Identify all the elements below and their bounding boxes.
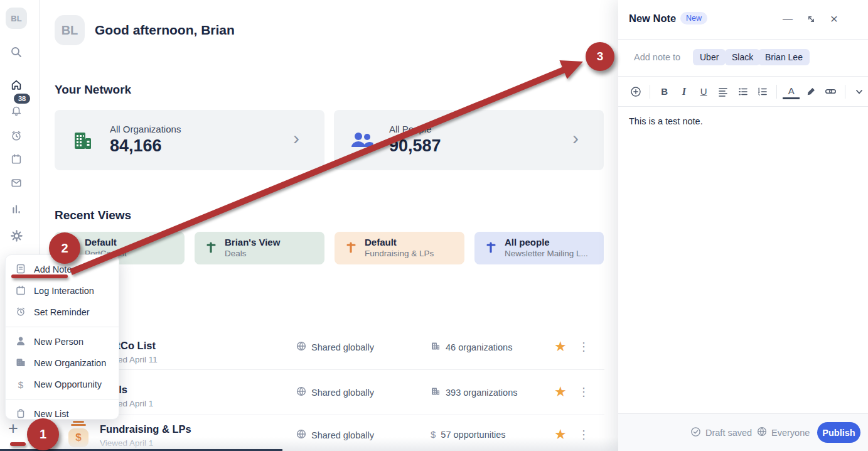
view-filter-icon [346,241,358,254]
menu-item-new-opportunity[interactable]: $ New Opportunity [6,374,119,395]
favorite-star-icon[interactable]: ★ [554,340,567,354]
calendar-icon [16,285,26,297]
menu-divider [6,399,119,399]
bullet-list-button[interactable] [734,83,751,101]
row-count: 393 organizations [431,386,517,398]
search-icon[interactable] [9,45,24,60]
formatting-toolbar: B I U A [618,77,868,107]
building-icon [16,357,26,369]
menu-item-label: New Opportunity [34,379,102,389]
kebab-menu-icon[interactable]: ⋮ [578,386,589,398]
organization-icon [431,341,441,353]
publish-button[interactable]: Publish [817,422,860,443]
align-button[interactable] [715,83,732,101]
recent-view-card[interactable]: All people Newsletter Mailing L... [474,232,604,264]
insert-plus-icon[interactable] [627,83,644,101]
recent-view-title: Brian's View [225,237,280,247]
menu-item-new-list[interactable]: New List [6,403,119,425]
all-people-card[interactable]: All People 90,587 › [334,110,604,170]
new-badge: New [680,12,707,24]
user-avatar[interactable]: BL [6,8,27,29]
recent-view-card[interactable]: Brian's View Deals [195,232,324,264]
expand-icon[interactable] [803,11,818,26]
close-icon[interactable]: × [827,11,842,26]
page-greeting: Good afternoon, Brian [95,23,235,38]
draft-status-label: Draft saved [705,428,752,438]
add-new-context-menu: Add Note Log Interaction Set Reminder Ne… [5,254,119,420]
person-icon [16,336,26,348]
chevron-right-icon[interactable]: › [572,128,579,149]
menu-item-label: New Organization [34,358,106,368]
link-icon[interactable] [822,83,839,101]
tag-slack[interactable]: Slack [725,49,760,65]
all-organizations-label: All Organizations [110,124,181,134]
note-panel-footer: Draft saved Everyone Publish [618,413,868,451]
all-people-label: All People [389,124,432,134]
menu-divider [6,327,119,327]
shared-label: Shared globally [311,388,374,398]
menu-item-new-person[interactable]: New Person [6,331,119,352]
new-note-panel: New Note New — × Add note to Uber Slack … [618,0,868,451]
minimize-icon[interactable]: — [780,11,795,26]
italic-button[interactable]: I [675,83,692,101]
recent-view-subtitle: Newsletter Mailing L... [505,249,588,258]
bold-button[interactable]: B [656,83,673,101]
list-icon [16,408,26,420]
toolbar-divider [845,85,845,99]
note-panel-title: New Note [629,13,676,24]
main-content: BL Good afternoon, Brian Your Network Al… [40,0,618,451]
list-row[interactable]: PortCo List Viewed April 11 Shared globa… [40,325,618,370]
greeting-avatar: BL [55,15,85,45]
count-label: 46 organizations [446,342,512,352]
reminders-clock-icon[interactable] [9,128,24,143]
globe-icon [296,341,306,353]
all-organizations-count: 84,166 [110,136,162,156]
menu-item-set-reminder[interactable]: Set Reminder [6,302,119,323]
shared-status: Shared globally [296,341,374,353]
count-label: 393 organizations [446,388,517,398]
numbered-list-button[interactable] [754,83,771,101]
calendar-icon[interactable] [9,151,24,166]
recent-view-card[interactable]: Default Fundraising & LPs [335,232,464,264]
note-icon [16,264,26,276]
draft-status: Draft saved [690,427,752,439]
dollar-icon: $ [16,379,26,390]
menu-item-label: Set Reminder [34,307,90,317]
app-root: BL 38 + BL Good afternoon, Brian [0,0,868,451]
highlighter-pen-icon[interactable] [802,83,819,101]
notifications-bell-icon[interactable] [9,103,24,118]
visibility-label: Everyone [771,428,810,438]
toolbar-divider [650,85,650,99]
menu-item-label: Add Note [34,264,72,274]
list-row[interactable]: Deals Viewed April 1 Shared globally 393… [40,370,618,415]
recent-view-subtitle: Fundraising & LPs [365,249,434,258]
favorite-star-icon[interactable]: ★ [554,385,567,399]
annotation-step-1: 1 [27,418,59,450]
all-organizations-card[interactable]: All Organizations 84,166 › [55,110,324,170]
chevron-right-icon[interactable]: › [293,128,299,149]
underline-button[interactable]: U [695,83,712,101]
menu-item-new-organization[interactable]: New Organization [6,352,119,374]
your-network-title: Your Network [55,83,131,97]
kebab-menu-icon[interactable]: ⋮ [578,341,589,352]
check-circle-icon [690,427,701,439]
tag-brian-lee[interactable]: Brian Lee [758,49,810,65]
text-color-button[interactable]: A [783,84,800,99]
row-count: 46 organizations [431,341,512,353]
note-panel-header: New Note New — × [618,0,868,40]
view-filter-icon [206,241,218,254]
chevron-down-icon[interactable] [851,83,868,101]
recent-views-title: Recent Views [55,209,131,222]
list-title[interactable]: Fundraising & LPs [100,423,191,435]
home-icon[interactable] [9,77,24,92]
organization-icon [431,386,441,398]
tag-uber[interactable]: Uber [693,49,726,65]
menu-item-log-interaction[interactable]: Log Interaction [6,280,119,302]
annotation-step-3: 3 [586,42,614,71]
visibility-selector[interactable]: Everyone [757,427,810,438]
note-body-editor[interactable]: This is a test note. [618,107,868,413]
settings-gear-icon[interactable] [9,228,24,243]
reports-chart-icon[interactable] [9,202,24,217]
mail-icon[interactable] [9,175,24,190]
shared-status: Shared globally [296,386,374,398]
